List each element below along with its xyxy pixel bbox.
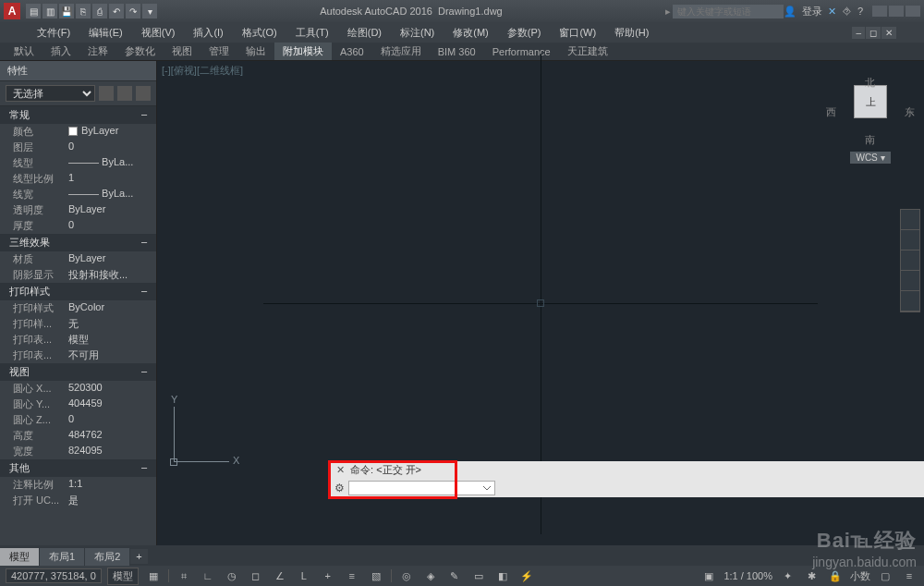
property-row[interactable]: 圆心 Z...0 bbox=[0, 412, 156, 428]
property-row[interactable]: 圆心 X...520300 bbox=[0, 381, 156, 397]
help-search-input[interactable] bbox=[673, 5, 784, 18]
transparency-toggle-icon[interactable]: ▧ bbox=[367, 568, 385, 583]
customization-icon[interactable]: ≡ bbox=[900, 568, 918, 583]
property-row[interactable]: 宽度824095 bbox=[0, 444, 156, 459]
lock-ui-icon[interactable]: 🔒 bbox=[826, 568, 845, 583]
nav-orbit-icon[interactable] bbox=[901, 271, 919, 291]
menu-1[interactable]: 编辑(E) bbox=[79, 23, 132, 43]
property-row[interactable]: 图层0 bbox=[0, 140, 156, 155]
nav-pan-icon[interactable] bbox=[901, 230, 919, 250]
hardware-accel-icon[interactable]: ⚡ bbox=[517, 568, 536, 583]
property-row[interactable]: 颜色ByLayer bbox=[0, 124, 156, 140]
snap-toggle-icon[interactable]: ⌗ bbox=[175, 568, 193, 583]
qat-save-icon[interactable]: 💾 bbox=[59, 4, 74, 18]
clean-screen-icon[interactable]: ▢ bbox=[876, 568, 894, 583]
menu-2[interactable]: 视图(V) bbox=[132, 23, 185, 43]
lineweight-toggle-icon[interactable]: ≡ bbox=[343, 568, 361, 583]
menu-0[interactable]: 文件(F) bbox=[28, 23, 79, 43]
osnap-toggle-icon[interactable]: ◻ bbox=[247, 568, 265, 583]
nav-showmotion-icon[interactable] bbox=[901, 291, 919, 311]
select-objects-icon[interactable] bbox=[117, 86, 132, 101]
property-row[interactable]: 材质ByLayer bbox=[0, 251, 156, 267]
property-row[interactable]: 打开 UC...是 bbox=[0, 493, 156, 508]
qat-new-icon[interactable]: ▤ bbox=[26, 4, 41, 18]
property-row[interactable]: 打印表...模型 bbox=[0, 332, 156, 348]
property-row[interactable]: 打印样...无 bbox=[0, 316, 156, 332]
quick-select-icon[interactable] bbox=[99, 86, 114, 101]
ribbon-tab-10[interactable]: BIM 360 bbox=[430, 44, 484, 59]
property-row[interactable]: 线宽——— ByLa... bbox=[0, 187, 156, 202]
ribbon-tab-8[interactable]: A360 bbox=[332, 44, 372, 59]
menu-10[interactable]: 窗口(W) bbox=[550, 23, 605, 43]
menu-11[interactable]: 帮助(H) bbox=[605, 23, 658, 43]
section-header-4[interactable]: 其他– bbox=[0, 459, 156, 477]
property-row[interactable]: 打印表...不可用 bbox=[0, 348, 156, 363]
qat-undo-icon[interactable]: ↶ bbox=[109, 4, 124, 18]
ribbon-tab-6[interactable]: 输出 bbox=[237, 43, 274, 60]
section-header-3[interactable]: 视图– bbox=[0, 363, 156, 381]
ribbon-tab-9[interactable]: 精选应用 bbox=[372, 43, 430, 60]
property-row[interactable]: 厚度0 bbox=[0, 218, 156, 234]
status-coordinates[interactable]: 420777, 375184, 0 bbox=[6, 568, 102, 583]
qat-redo-icon[interactable]: ↷ bbox=[126, 4, 140, 18]
pickadd-icon[interactable] bbox=[136, 86, 151, 101]
cmd-close-icon[interactable]: ✕ bbox=[336, 464, 345, 476]
ribbon-tab-5[interactable]: 管理 bbox=[201, 43, 237, 60]
help-icon[interactable]: ? bbox=[857, 6, 863, 17]
ortho-toggle-icon[interactable]: ∟ bbox=[199, 568, 217, 583]
annotation-visibility-icon[interactable]: ✱ bbox=[802, 568, 821, 583]
ribbon-tab-12[interactable]: 天正建筑 bbox=[559, 43, 616, 60]
maximize-button[interactable] bbox=[889, 6, 904, 17]
property-row[interactable]: 线型——— ByLa... bbox=[0, 155, 156, 171]
section-header-0[interactable]: 常规– bbox=[0, 106, 156, 124]
dyninput-toggle-icon[interactable]: + bbox=[319, 568, 337, 583]
ribbon-tab-11[interactable]: Performance bbox=[484, 44, 559, 59]
property-row[interactable]: 圆心 Y...404459 bbox=[0, 397, 156, 412]
ribbon-tab-1[interactable]: 插入 bbox=[43, 43, 79, 60]
selection-cycling-icon[interactable]: ◎ bbox=[397, 568, 416, 583]
polar-toggle-icon[interactable]: ◷ bbox=[223, 568, 241, 583]
grid-toggle-icon[interactable]: ▦ bbox=[144, 568, 163, 583]
annotation-scale[interactable]: 1:1 / 100% bbox=[723, 570, 772, 581]
viewport-controls[interactable]: [-][俯视][二维线框] bbox=[162, 64, 243, 78]
command-input[interactable] bbox=[348, 481, 495, 495]
ribbon-tab-3[interactable]: 参数化 bbox=[116, 43, 164, 60]
units-display[interactable]: 小数 bbox=[850, 569, 870, 583]
menu-4[interactable]: 格式(O) bbox=[233, 23, 286, 43]
view-cube[interactable]: 北 西 东 上 南 WCS ▾ bbox=[833, 79, 907, 164]
qat-open-icon[interactable]: ▥ bbox=[43, 4, 57, 18]
ribbon-tab-0[interactable]: 默认 bbox=[6, 43, 43, 60]
qat-print-icon[interactable]: ⎙ bbox=[92, 4, 107, 18]
minimize-button[interactable] bbox=[872, 6, 887, 17]
otrack-toggle-icon[interactable]: ∠ bbox=[271, 568, 289, 583]
status-space[interactable]: 模型 bbox=[107, 568, 139, 585]
signin-icon[interactable]: 👤 bbox=[784, 6, 796, 18]
layout-tab-0[interactable]: 模型 bbox=[0, 548, 39, 566]
menu-5[interactable]: 工具(T) bbox=[286, 23, 338, 43]
annotation-monitor-icon[interactable]: ✎ bbox=[445, 568, 464, 583]
property-row[interactable]: 高度484762 bbox=[0, 428, 156, 444]
command-window[interactable]: ✕ 命令: <正交 开> ⚙ bbox=[331, 461, 924, 497]
property-row[interactable]: 透明度ByLayer bbox=[0, 202, 156, 218]
property-row[interactable]: 阴影显示投射和接收... bbox=[0, 267, 156, 283]
mdi-restore-button[interactable]: ◻ bbox=[866, 27, 881, 39]
section-header-1[interactable]: 三维效果– bbox=[0, 234, 156, 251]
nav-wheel-icon[interactable] bbox=[901, 210, 919, 230]
property-row[interactable]: 注释比例1:1 bbox=[0, 477, 156, 493]
menu-8[interactable]: 修改(M) bbox=[444, 23, 498, 43]
menu-6[interactable]: 绘图(D) bbox=[338, 23, 391, 43]
a360-icon[interactable]: ⯑ bbox=[842, 6, 852, 17]
quick-properties-icon[interactable]: ▭ bbox=[469, 568, 488, 583]
wcs-dropdown[interactable]: WCS ▾ bbox=[850, 152, 890, 164]
isoplane-icon[interactable]: ◧ bbox=[493, 568, 512, 583]
cmd-options-icon[interactable]: ⚙ bbox=[334, 482, 345, 494]
ribbon-tab-7[interactable]: 附加模块 bbox=[274, 43, 332, 60]
ribbon-tab-2[interactable]: 注释 bbox=[79, 43, 116, 60]
drawing-canvas[interactable]: [-][俯视][二维线框] Y X 北 西 东 上 南 WCS ▾ ✕ bbox=[157, 61, 924, 545]
dynucs-toggle-icon[interactable]: L bbox=[295, 568, 313, 583]
close-button[interactable] bbox=[906, 6, 920, 17]
selection-dropdown[interactable]: 无选择 bbox=[6, 85, 95, 102]
3dosnap-icon[interactable]: ◈ bbox=[421, 568, 440, 583]
workspace-switch-icon[interactable]: ✦ bbox=[778, 568, 796, 583]
section-header-2[interactable]: 打印样式– bbox=[0, 283, 156, 300]
